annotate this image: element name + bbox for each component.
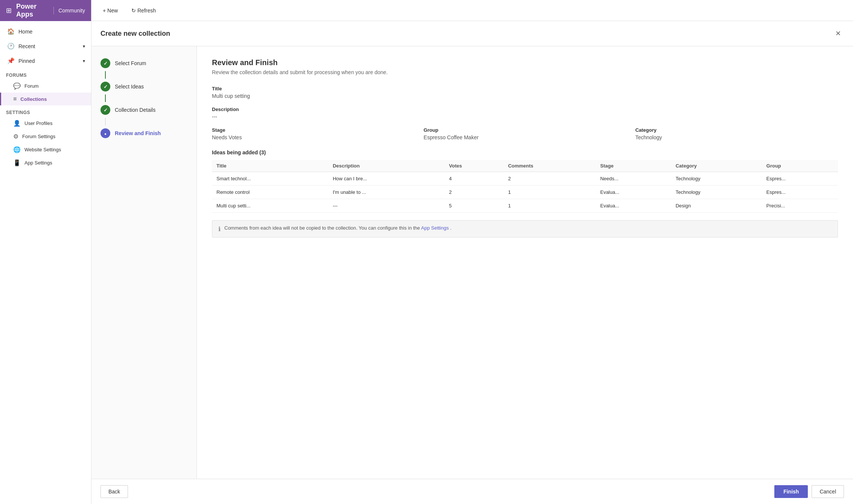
row-1-col-3: 1 [504, 186, 596, 199]
modal-overlay: Create new collection ✕ Select Forum [91, 21, 853, 504]
header-divider [53, 7, 54, 14]
pinned-icon: 📌 [7, 57, 15, 64]
home-icon: 🏠 [7, 28, 15, 35]
sidebar-collections-label: Collections [20, 96, 47, 102]
app-settings-link[interactable]: App Settings [421, 225, 449, 231]
sidebar-item-recent[interactable]: 🕐 Recent ▾ [0, 39, 91, 53]
sidebar-item-pinned[interactable]: 📌 Pinned ▾ [0, 53, 91, 68]
detail-grid: Stage Needs Votes Group Espresso Coffee … [212, 127, 838, 140]
main-area: + New ↻ Refresh Collections Forum All Fo… [91, 0, 853, 504]
row-1-col-1: I'm unable to ... [328, 186, 445, 199]
group-section: Group Espresso Coffee Maker [423, 127, 626, 140]
row-1-col-0: Remote control [212, 186, 328, 199]
title-section: Title Multi cup setting [212, 86, 838, 99]
title-label: Title [212, 86, 838, 91]
info-text: Comments from each idea will not be copi… [224, 225, 451, 231]
row-0-col-4: Needs... [596, 172, 671, 186]
app-settings-icon: 📱 [13, 159, 21, 166]
app-grid-icon[interactable]: ⊞ [6, 6, 12, 15]
collections-icon: ≡ [13, 96, 17, 102]
info-text-content: Comments from each idea will not be copi… [224, 225, 421, 231]
row-1-col-6: Espres... [762, 186, 838, 199]
ideas-table: Title Description Votes Comments Stage C… [212, 160, 838, 213]
pinned-expand-icon: ▾ [83, 58, 85, 64]
step-label-2: Select Ideas [115, 84, 144, 90]
step-select-forum: Select Forum [101, 58, 187, 68]
table-row: Remote controlI'm unable to ...21Evalua.… [212, 186, 838, 199]
sidebar-home-label: Home [18, 29, 32, 35]
modal-close-button[interactable]: ✕ [832, 28, 844, 39]
row-0-col-3: 2 [504, 172, 596, 186]
modal: Create new collection ✕ Select Forum [91, 21, 853, 504]
category-label: Category [635, 127, 838, 133]
modal-title: Create new collection [101, 30, 170, 38]
website-settings-icon: 🌐 [13, 146, 21, 153]
category-section: Category Technology [635, 127, 838, 140]
toolbar: + New ↻ Refresh [91, 0, 853, 21]
sidebar-item-website-settings[interactable]: 🌐 Website Settings [0, 143, 91, 156]
cancel-button[interactable]: Cancel [812, 485, 844, 498]
row-2-col-1: --- [328, 199, 445, 213]
sidebar-forum-settings-label: Forum Settings [22, 134, 55, 139]
col-group: Group [762, 160, 838, 172]
sidebar-item-collections[interactable]: ≡ Collections [0, 93, 91, 105]
row-0-col-6: Espres... [762, 172, 838, 186]
checkmark-icon-3 [104, 107, 108, 113]
finish-button[interactable]: Finish [774, 485, 808, 498]
step-select-ideas: Select Ideas [101, 82, 187, 91]
description-value: --- [212, 114, 838, 120]
review-section-title: Review and Finish [212, 58, 838, 67]
row-2-col-3: 1 [504, 199, 596, 213]
modal-footer: Back Finish Cancel [91, 479, 853, 504]
review-subtitle: Review the collection details and submit… [212, 69, 838, 75]
row-0-col-2: 4 [445, 172, 504, 186]
review-content: Review and Finish Review the collection … [197, 46, 853, 479]
row-0-col-5: Technology [671, 172, 762, 186]
sidebar-item-app-settings[interactable]: 📱 App Settings [0, 156, 91, 169]
col-stage: Stage [596, 160, 671, 172]
forums-section-label: Forums [0, 68, 91, 79]
title-value: Multi cup setting [212, 93, 838, 99]
step-circle-1 [101, 58, 110, 68]
step-label-3: Collection Details [115, 107, 155, 113]
row-2-col-0: Multi cup setti... [212, 199, 328, 213]
sidebar-website-settings-label: Website Settings [24, 147, 61, 152]
checkmark-icon-2 [104, 84, 108, 90]
step-label-1: Select Forum [115, 60, 146, 66]
sidebar-item-user-profiles[interactable]: 👤 User Profiles [0, 117, 91, 130]
sidebar-nav: 🏠 Home 🕐 Recent ▾ 📌 Pinned ▾ Forums 💬 Fo… [0, 21, 91, 172]
step-collection-details: Collection Details [101, 105, 187, 115]
checkmark-icon-1 [104, 61, 108, 66]
step-circle-2 [101, 82, 110, 91]
group-label: Group [423, 127, 626, 133]
sidebar-item-forum[interactable]: 💬 Forum [0, 79, 91, 93]
forum-icon: 💬 [13, 82, 21, 90]
new-button[interactable]: + New [97, 5, 123, 17]
community-label: Community [58, 8, 85, 14]
user-profiles-icon: 👤 [13, 120, 21, 127]
row-0-col-1: How can I bre... [328, 172, 445, 186]
table-header-row: Title Description Votes Comments Stage C… [212, 160, 838, 172]
col-comments: Comments [504, 160, 596, 172]
table-row: Multi cup setti...---51Evalua...DesignPr… [212, 199, 838, 213]
step-review-finish: Review and Finish [101, 128, 187, 138]
ideas-section-title: Ideas being added (3) [212, 149, 838, 155]
sidebar-forum-label: Forum [24, 83, 39, 89]
row-2-col-6: Precisi... [762, 199, 838, 213]
sidebar-item-home[interactable]: 🏠 Home [0, 24, 91, 39]
row-2-col-2: 5 [445, 199, 504, 213]
info-box: ℹ Comments from each idea will not be co… [212, 220, 838, 238]
stage-label: Stage [212, 127, 414, 133]
col-category: Category [671, 160, 762, 172]
step-circle-4 [101, 128, 110, 138]
sidebar-pinned-label: Pinned [18, 58, 35, 64]
table-row: Smart technol...How can I bre...42Needs.… [212, 172, 838, 186]
refresh-button[interactable]: ↻ Refresh [126, 5, 161, 17]
settings-section-label: Settings [0, 105, 91, 117]
step-circle-3 [101, 105, 110, 115]
sidebar-item-forum-settings[interactable]: ⚙ Forum Settings [0, 130, 91, 143]
description-label: Description [212, 107, 838, 112]
stepper: Select Forum Select Ideas [91, 46, 197, 479]
back-button[interactable]: Back [101, 485, 128, 498]
sidebar-recent-label: Recent [18, 43, 35, 49]
